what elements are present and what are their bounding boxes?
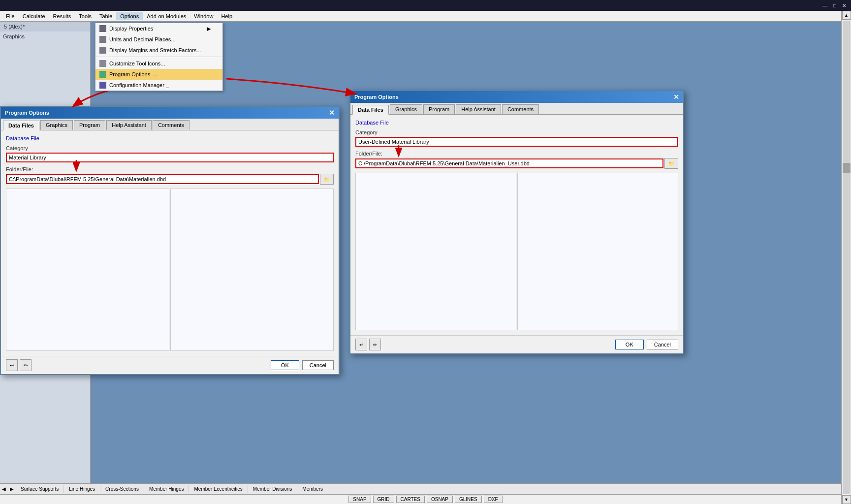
tab-line-hinges[interactable]: Line Hinges <box>64 485 100 493</box>
menu-results[interactable]: Results <box>49 12 75 20</box>
tab-program-left[interactable]: Program <box>74 120 105 130</box>
status-grid[interactable]: GRID <box>373 496 394 503</box>
dialog-left: Program Options ✕ Data Files Graphics Pr… <box>0 106 340 375</box>
options-dropdown: Display Properties ▶ Units and Decimal P… <box>95 23 223 91</box>
category-select-right[interactable]: User-Defined Material Library <box>355 137 678 147</box>
margins-icon <box>99 47 106 54</box>
minimize-btn[interactable]: — <box>819 3 830 8</box>
arrow-right: ▶ <box>207 26 211 32</box>
right-scrollbar: ▲ ▼ <box>841 11 851 504</box>
folder-label-left: Folder/File: <box>6 166 334 172</box>
status-cartes[interactable]: CARTES <box>396 496 425 503</box>
right-pane-right <box>517 173 678 330</box>
footer-icon1-right[interactable]: ↩ <box>355 339 367 350</box>
status-snap[interactable]: SNAP <box>348 496 371 503</box>
menu-calculate[interactable]: Calculate <box>19 12 49 20</box>
db-file-link-right[interactable]: Database File <box>355 120 389 126</box>
tab-help-left[interactable]: Help Assistant <box>106 120 152 130</box>
scroll-thumb[interactable] <box>843 163 851 173</box>
menu-file[interactable]: File <box>2 12 19 20</box>
footer-icon2-left[interactable]: ✏ <box>20 359 32 371</box>
dialog-left-close[interactable]: ✕ <box>329 109 335 117</box>
ok-btn-right[interactable]: OK <box>615 340 644 349</box>
footer-icon2-right[interactable]: ✏ <box>369 339 381 350</box>
tab-comments-left[interactable]: Comments <box>153 120 189 130</box>
dropdown-display-properties[interactable]: Display Properties ▶ <box>95 23 222 34</box>
tab-graphics-right[interactable]: Graphics <box>390 104 422 114</box>
category-select-left[interactable]: Material Library <box>6 153 334 162</box>
scroll-down[interactable]: ▼ <box>842 495 851 504</box>
menu-help[interactable]: Help <box>217 12 236 20</box>
dropdown-config[interactable]: Configuration Manager _ <box>95 80 222 91</box>
tab-graphics-left[interactable]: Graphics <box>40 120 73 130</box>
maximize-btn[interactable]: □ <box>830 3 839 8</box>
tab-member-hinges[interactable]: Member Hinges <box>144 485 189 493</box>
tab-member-divisions[interactable]: Member Divisions <box>248 485 297 493</box>
menu-addon[interactable]: Add-on Modules <box>143 12 190 20</box>
folder-input-left[interactable] <box>6 174 319 184</box>
dialog-right: Program Options ✕ Data Files Graphics Pr… <box>349 90 684 354</box>
category-label-left: Category <box>6 145 334 151</box>
dropdown-units[interactable]: Units and Decimal Places... <box>95 34 222 45</box>
footer-icon1-left[interactable]: ↩ <box>6 359 18 371</box>
tab-data-files-left[interactable]: Data Files <box>3 121 39 130</box>
menu-tools[interactable]: Tools <box>75 12 95 20</box>
close-btn[interactable]: ✕ <box>839 3 849 8</box>
db-file-link-left[interactable]: Database File <box>6 135 39 141</box>
dropdown-margins[interactable]: Display Margins and Stretch Factors... <box>95 45 222 56</box>
menu-options[interactable]: Options <box>116 12 143 20</box>
title-bar: — □ ✕ <box>0 0 851 11</box>
category-label-right: Category <box>355 129 678 135</box>
tab-surface-supports[interactable]: Surface Supports <box>16 485 64 493</box>
left-pane-right <box>355 173 516 330</box>
cancel-btn-right[interactable]: Cancel <box>647 340 678 349</box>
tab-program-right[interactable]: Program <box>423 104 455 114</box>
display-icon <box>99 25 106 32</box>
browse-btn-right[interactable]: 📁 <box>664 158 678 169</box>
bottom-tabs: ◀ ▶ Surface Supports Line Hinges Cross-S… <box>0 483 841 494</box>
folder-label-right: Folder/File: <box>355 151 678 157</box>
browse-btn-left[interactable]: 📁 <box>320 174 334 185</box>
tab-comments-right[interactable]: Comments <box>502 104 539 114</box>
right-pane-left <box>170 189 334 351</box>
menu-table[interactable]: Table <box>95 12 116 20</box>
footer-icons-left: ↩ ✏ <box>6 359 32 371</box>
config-icon <box>99 82 106 89</box>
status-bar: SNAP GRID CARTES OSNAP GLINES DXF <box>0 494 851 504</box>
tree-title: 5 (Alex)* <box>4 24 25 30</box>
customize-icon <box>99 60 106 67</box>
dropdown-program-options[interactable]: Program Options ... <box>95 69 222 80</box>
menu-window[interactable]: Window <box>190 12 217 20</box>
dialog-right-tabs: Data Files Graphics Program Help Assista… <box>350 103 683 115</box>
tab-member-eccentricities[interactable]: Member Eccentricities <box>189 485 248 493</box>
tab-data-files-right[interactable]: Data Files <box>352 105 389 115</box>
dialog-right-title: Program Options ✕ <box>350 91 683 103</box>
bottom-tab-prev[interactable]: ◀ <box>0 484 8 494</box>
tab-help-right[interactable]: Help Assistant <box>456 104 501 114</box>
bottom-tab-next[interactable]: ▶ <box>8 484 16 494</box>
ok-btn-left[interactable]: OK <box>271 360 299 370</box>
program-options-icon <box>99 71 106 78</box>
tree-header: 5 (Alex)* <box>0 22 90 32</box>
scroll-track <box>843 21 851 494</box>
status-glines[interactable]: GLINES <box>455 496 482 503</box>
left-panel-graphics[interactable]: Graphics <box>0 32 90 41</box>
units-icon <box>99 36 106 43</box>
tab-cross-sections[interactable]: Cross-Sections <box>100 485 144 493</box>
scroll-up[interactable]: ▲ <box>842 11 851 20</box>
folder-input-right[interactable] <box>355 158 663 168</box>
status-dxf[interactable]: DXF <box>484 496 503 503</box>
dropdown-customize[interactable]: Customize Tool Icons... <box>95 58 222 69</box>
menu-bar: File Calculate Results Tools Table Optio… <box>0 11 851 22</box>
dialog-right-content: Database File Category User-Defined Mate… <box>350 115 683 335</box>
status-osnap[interactable]: OSNAP <box>427 496 453 503</box>
divider1 <box>95 57 222 57</box>
dialog-right-close[interactable]: ✕ <box>673 93 679 101</box>
left-pane-left <box>6 189 169 351</box>
tab-members[interactable]: Members <box>297 485 328 493</box>
cancel-btn-left[interactable]: Cancel <box>302 360 334 370</box>
dialog-left-content: Database File Category Material Library … <box>1 130 339 356</box>
dialog-left-tabs: Data Files Graphics Program Help Assista… <box>1 119 339 130</box>
footer-icons-right: ↩ ✏ <box>355 339 381 350</box>
dialog-left-title: Program Options ✕ <box>1 107 339 119</box>
